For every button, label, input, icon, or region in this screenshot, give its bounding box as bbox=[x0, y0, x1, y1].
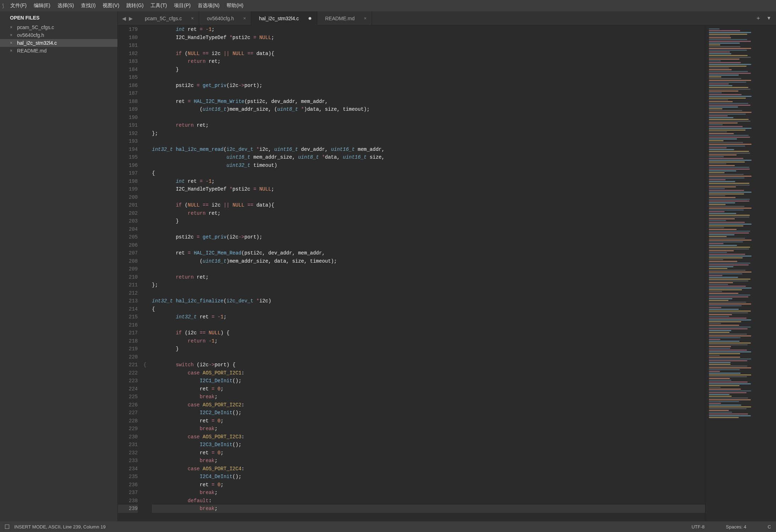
tab-label: hal_i2c_stm32l4.c bbox=[259, 16, 299, 21]
sidebar: OPEN FILES ×pcam_5C_cfgs.c×ov5640cfg.h×h… bbox=[0, 11, 118, 521]
statusbar: INSERT MODE, ASCII, Line 239, Column 19 … bbox=[0, 521, 776, 532]
tab-nav-prev-icon[interactable]: ◀ bbox=[122, 16, 126, 21]
tab-label: pcam_5C_cfgs.c bbox=[145, 16, 182, 21]
open-file[interactable]: ×hal_i2c_stm32l4.c bbox=[0, 39, 118, 47]
close-icon[interactable]: × bbox=[243, 16, 246, 21]
tab[interactable]: README.md× bbox=[317, 11, 372, 26]
tab-nav-next-icon[interactable]: ▶ bbox=[129, 16, 133, 21]
fold-column[interactable]: { bbox=[143, 26, 151, 521]
close-icon[interactable]: × bbox=[191, 16, 194, 21]
line-number-gutter: 1791801811821831841851861871881891901911… bbox=[118, 26, 143, 521]
close-icon[interactable]: × bbox=[10, 48, 14, 53]
open-file-label: hal_i2c_stm32l4.c bbox=[17, 40, 57, 46]
menu-item[interactable]: 帮助(H) bbox=[223, 1, 247, 10]
open-file[interactable]: ×pcam_5C_cfgs.c bbox=[0, 23, 118, 31]
tab-menu-icon[interactable]: ▾ bbox=[767, 15, 770, 22]
menu-item[interactable]: 项目(P) bbox=[170, 1, 194, 10]
code-text[interactable]: int ret = -1; I2C_HandleTypeDef *psti2c … bbox=[151, 26, 705, 521]
menu-item[interactable]: 工具(T) bbox=[147, 1, 170, 10]
open-file-label: ov5640cfg.h bbox=[17, 32, 44, 38]
open-file[interactable]: ×README.md bbox=[0, 47, 118, 55]
tab-label: README.md bbox=[325, 16, 355, 21]
status-mode: INSERT MODE, ASCII, Line 239, Column 19 bbox=[14, 524, 105, 530]
tab-label: ov5640cfg.h bbox=[207, 16, 234, 21]
open-file-label: README.md bbox=[17, 48, 47, 54]
status-indicator-icon[interactable] bbox=[5, 525, 9, 529]
tab[interactable]: hal_i2c_stm32l4.c● bbox=[251, 11, 317, 26]
status-language[interactable]: C bbox=[768, 524, 771, 530]
menu-item[interactable]: 选择(S) bbox=[54, 1, 78, 10]
menu-item[interactable]: 查找(I) bbox=[77, 1, 99, 10]
editor-area: ◀ ▶ pcam_5C_cfgs.c×ov5640cfg.h×hal_i2c_s… bbox=[118, 11, 776, 521]
menubar: ⟆ 文件(F)编辑(E)选择(S)查找(I)视图(V)跳转(G)工具(T)项目(… bbox=[0, 0, 776, 11]
tab[interactable]: ov5640cfg.h× bbox=[199, 11, 251, 26]
menu-item[interactable]: 首选项(N) bbox=[194, 1, 223, 10]
status-encoding[interactable]: UTF-8 bbox=[692, 524, 705, 530]
dirty-indicator-icon: ● bbox=[308, 15, 312, 22]
open-file[interactable]: ×ov5640cfg.h bbox=[0, 31, 118, 39]
open-file-label: pcam_5C_cfgs.c bbox=[17, 24, 54, 30]
menu-item[interactable]: 视图(V) bbox=[99, 1, 123, 10]
editor-body[interactable]: 1791801811821831841851861871881891901911… bbox=[118, 26, 776, 521]
open-files-header: OPEN FILES bbox=[0, 11, 118, 23]
menu-item[interactable]: 编辑(E) bbox=[30, 1, 54, 10]
minimap[interactable] bbox=[705, 26, 776, 521]
menu-item[interactable]: 跳转(G) bbox=[123, 1, 147, 10]
close-icon[interactable]: × bbox=[364, 16, 367, 21]
tab[interactable]: pcam_5C_cfgs.c× bbox=[137, 11, 199, 26]
status-spaces[interactable]: Spaces: 4 bbox=[726, 524, 747, 530]
main-area: OPEN FILES ×pcam_5C_cfgs.c×ov5640cfg.h×h… bbox=[0, 11, 776, 521]
close-icon[interactable]: × bbox=[10, 33, 14, 38]
new-tab-icon[interactable]: ＋ bbox=[755, 15, 761, 22]
close-icon[interactable]: × bbox=[10, 40, 14, 45]
close-icon[interactable]: × bbox=[10, 25, 14, 30]
tabbar: ◀ ▶ pcam_5C_cfgs.c×ov5640cfg.h×hal_i2c_s… bbox=[118, 11, 776, 26]
app-logo-icon: ⟆ bbox=[2, 3, 4, 9]
menu-item[interactable]: 文件(F) bbox=[7, 1, 30, 10]
